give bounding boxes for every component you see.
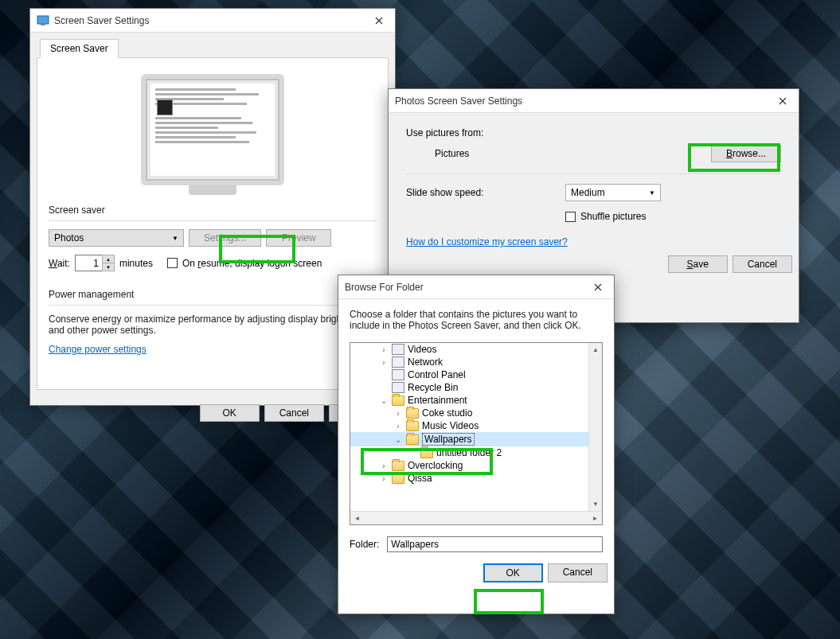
close-button[interactable]: [767, 89, 799, 113]
item-icon: [392, 369, 404, 380]
save-button[interactable]: Save: [668, 255, 728, 273]
wait-spinner[interactable]: ▲▼: [102, 255, 115, 271]
window-title: Browse For Folder: [345, 282, 424, 293]
svg-rect-0: [37, 16, 49, 24]
item-icon: [392, 357, 404, 368]
chevron-down-icon[interactable]: ⌄: [379, 396, 389, 405]
folder-icon: [420, 448, 433, 458]
chevron-down-icon[interactable]: ⌄: [393, 435, 403, 444]
chevron-right-icon[interactable]: ►: [588, 512, 602, 525]
speed-label: Slide show speed:: [406, 187, 565, 198]
close-button[interactable]: [363, 9, 395, 33]
cancel-button[interactable]: Cancel: [733, 255, 792, 273]
tree-item-label: Videos: [408, 344, 436, 355]
window-icon: [37, 14, 49, 27]
tree-item-label: Coke studio: [422, 407, 472, 419]
item-icon: [392, 344, 404, 355]
ok-button[interactable]: OK: [200, 404, 260, 422]
wait-label: Wait:: [49, 258, 70, 269]
help-link[interactable]: How do I customize my screen saver?: [406, 236, 568, 247]
tree-item[interactable]: ›Music Videos: [350, 419, 602, 432]
vertical-scrollbar[interactable]: ▲▼: [588, 343, 602, 511]
settings-button[interactable]: Settings...: [189, 229, 261, 247]
folder-icon: [392, 461, 404, 471]
tree-item[interactable]: ›Overclocking: [350, 459, 602, 472]
browse-button[interactable]: Browse...: [711, 145, 781, 162]
tree-item[interactable]: ›Coke studio: [350, 407, 602, 419]
tree-item-label: Music Videos: [422, 420, 479, 431]
tree-item-label: Entertainment: [408, 395, 467, 406]
tree-item[interactable]: ›Qissa: [350, 472, 602, 485]
chevron-right-icon[interactable]: ›: [379, 358, 389, 367]
chevron-right-icon[interactable]: ›: [393, 422, 403, 431]
close-button[interactable]: [582, 275, 614, 299]
resume-checkbox[interactable]: [167, 258, 178, 268]
titlebar[interactable]: Browse For Folder: [338, 275, 614, 299]
tree-item-label: Network: [408, 357, 443, 368]
browse-folder-window: Browse For Folder Choose a folder that c…: [338, 275, 615, 614]
chevron-up-icon[interactable]: ▲: [589, 343, 602, 357]
preview-button[interactable]: Preview: [266, 229, 331, 247]
titlebar[interactable]: Photos Screen Saver Settings: [389, 89, 799, 113]
ok-button[interactable]: OK: [483, 563, 543, 583]
screensaver-group-label: Screen saver: [49, 205, 377, 216]
chevron-right-icon[interactable]: ›: [379, 462, 389, 470]
chevron-right-icon[interactable]: ›: [379, 345, 389, 354]
chevron-down-icon[interactable]: ▼: [589, 497, 602, 511]
tree-item-label: Wallpapers: [422, 433, 475, 446]
chevron-down-icon: ▼: [172, 235, 178, 242]
use-pictures-label: Use pictures from:: [406, 127, 781, 138]
tree-item-label: Qissa: [408, 473, 432, 484]
horizontal-scrollbar[interactable]: ◄►: [350, 511, 602, 524]
tree-item[interactable]: Recycle Bin: [350, 381, 602, 394]
folder-field-label: Folder:: [350, 539, 379, 550]
tree-item[interactable]: ⌄Wallpapers: [350, 432, 602, 446]
folder-icon: [406, 421, 419, 431]
folder-icon: [392, 473, 404, 484]
chevron-left-icon[interactable]: ◄: [350, 512, 364, 525]
browse-instruction: Choose a folder that contains the pictur…: [350, 309, 603, 331]
folder-input[interactable]: [387, 536, 603, 552]
item-icon: [392, 382, 404, 393]
speed-dropdown[interactable]: Medium ▼: [565, 184, 661, 201]
pictures-folder-name: Pictures: [435, 148, 469, 159]
power-text: Conserve energy or maximize performance …: [49, 314, 377, 336]
power-group-label: Power management: [49, 289, 377, 300]
titlebar[interactable]: Screen Saver Settings: [30, 9, 395, 33]
tree-item-label: untitled folder 2: [436, 447, 502, 458]
tree-item-label: Overclocking: [408, 460, 463, 471]
tree-item-label: Control Panel: [408, 369, 466, 380]
shuffle-label: Shuffle pictures: [580, 211, 647, 222]
monitor-preview: [141, 74, 284, 185]
tree-item[interactable]: ›Videos: [350, 343, 602, 356]
tree-item[interactable]: untitled folder 2: [350, 446, 602, 459]
cancel-button[interactable]: Cancel: [264, 404, 324, 422]
chevron-up-icon[interactable]: ▲: [103, 255, 114, 263]
chevron-down-icon: ▼: [649, 189, 655, 197]
screensaver-dropdown-value: Photos: [54, 232, 84, 244]
folder-icon: [406, 408, 419, 419]
power-settings-link[interactable]: Change power settings: [49, 344, 147, 355]
folder-tree[interactable]: ›Videos›NetworkControl PanelRecycle Bin⌄…: [350, 342, 603, 525]
tab-screensaver[interactable]: Screen Saver: [40, 39, 119, 58]
tree-item[interactable]: ›Network: [350, 356, 602, 368]
wait-unit: minutes: [119, 258, 153, 269]
speed-value: Medium: [571, 187, 605, 198]
tree-item[interactable]: Control Panel: [350, 368, 602, 381]
folder-icon: [406, 434, 419, 445]
cancel-button[interactable]: Cancel: [548, 563, 608, 583]
folder-icon: [392, 395, 404, 406]
chevron-right-icon[interactable]: ›: [379, 474, 389, 483]
window-title: Photos Screen Saver Settings: [395, 95, 522, 107]
svg-rect-1: [41, 24, 45, 25]
wait-input[interactable]: [75, 255, 102, 271]
chevron-down-icon[interactable]: ▼: [103, 263, 114, 271]
screensaver-dropdown[interactable]: Photos ▼: [49, 229, 184, 247]
tree-item-label: Recycle Bin: [408, 382, 458, 393]
shuffle-checkbox[interactable]: [565, 212, 576, 222]
chevron-right-icon[interactable]: ›: [393, 409, 403, 418]
resume-label: On resume, display logon screen: [182, 258, 322, 269]
window-title: Screen Saver Settings: [54, 15, 149, 26]
tree-item[interactable]: ⌄Entertainment: [350, 394, 602, 407]
